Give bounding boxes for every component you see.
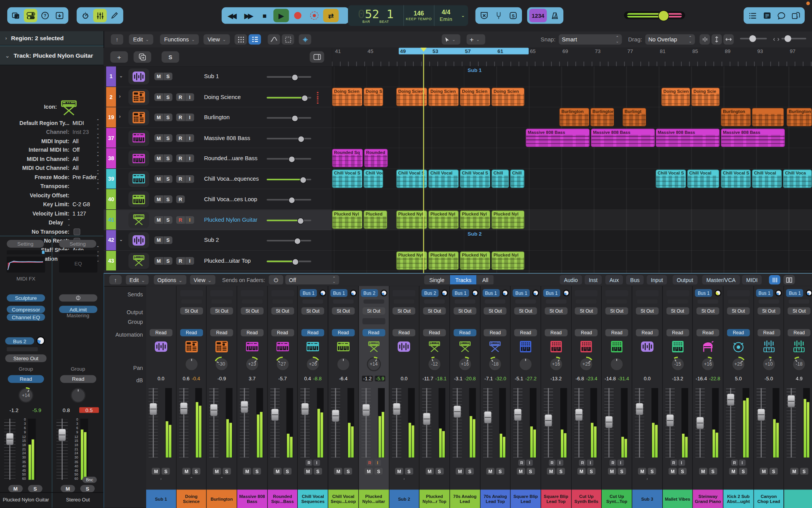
setting-button[interactable]: Setting <box>59 240 96 248</box>
rewind-button[interactable]: ◀◀ <box>224 9 239 22</box>
mute-button[interactable]: M <box>608 468 616 474</box>
mute-button[interactable]: M <box>154 134 164 142</box>
track-volume-slider[interactable] <box>267 199 311 200</box>
region[interactable]: Doing Scie <box>691 87 720 106</box>
track-name[interactable]: Sub 1 <box>204 73 219 79</box>
strip-width-toggle[interactable]: › <box>146 477 176 481</box>
input-monitor-button[interactable]: I <box>556 460 563 466</box>
mixer-strip-12[interactable]: Bus 1St OutRead-18-7.1-32.0MS70s Analog … <box>480 286 511 508</box>
record-enable-button[interactable]: R <box>176 134 185 142</box>
vertical-zoom-slider[interactable] <box>740 38 767 39</box>
lane-10[interactable]: Plucked NylPlucked NylPlucked NylPlucked… <box>332 251 812 271</box>
filter-midi[interactable]: MIDI <box>742 275 762 284</box>
solo-button[interactable]: S <box>164 175 172 183</box>
input-monitor-button[interactable]: I <box>185 134 194 142</box>
db-value[interactable]: -5.0 <box>764 376 773 381</box>
automation-read-button[interactable]: Read <box>788 329 810 336</box>
solo-button[interactable]: S <box>435 468 444 474</box>
mixer-strip-20[interactable]: St OutRead+255.0RIMSKick 2 Sub Abst...ug… <box>723 286 754 508</box>
region[interactable]: Chill Vocal S <box>655 169 686 188</box>
solo-button[interactable]: S <box>164 195 172 203</box>
region[interactable]: Doing Scien <box>661 87 690 106</box>
mixer-view-menu[interactable]: View⌄ <box>190 275 215 284</box>
solo-button[interactable]: S <box>164 134 172 142</box>
db-value[interactable]: 5.0 <box>735 376 742 381</box>
param-value[interactable]: MIDI <box>72 120 84 126</box>
db-value[interactable]: -13.2 <box>551 376 562 381</box>
param-value[interactable]: 1 127 <box>72 210 86 216</box>
eq-thumbnail[interactable] <box>7 257 45 273</box>
automation-read-button[interactable]: Read <box>302 329 324 336</box>
fader-meter-zone[interactable] <box>511 387 541 458</box>
track-icon-chip[interactable] <box>128 171 149 187</box>
fader-cap[interactable] <box>271 409 278 421</box>
tuner-icon[interactable] <box>79 9 92 22</box>
param-row-freeze-mode-[interactable]: Freeze Mode:Pre Fader⌃⌄ <box>0 173 104 181</box>
db-value[interactable]: 0.0 <box>157 376 164 381</box>
duplicate-track-button[interactable] <box>134 51 152 63</box>
solo-button[interactable]: S <box>192 468 200 474</box>
record-enable-button[interactable]: R <box>176 216 185 224</box>
solo-button[interactable]: S <box>222 468 230 474</box>
fader-meter-zone[interactable] <box>663 387 693 458</box>
param-value[interactable]: C-2 G8 <box>72 201 90 207</box>
mixer-strip-4[interactable]: St OutRead+233.7MSMassive 808 Bass <box>237 286 268 508</box>
fader-meter-zone[interactable] <box>480 387 510 458</box>
region[interactable]: Doing Scien <box>332 87 362 106</box>
param-stepper[interactable]: ⌃⌄ <box>67 218 70 226</box>
region[interactable]: Plucked Nyl <box>460 210 490 229</box>
region[interactable]: Chill Vocal <box>428 169 459 188</box>
mute-button[interactable]: M <box>486 468 494 474</box>
region[interactable]: Rounded <box>364 149 388 167</box>
lcd-chevron-icon[interactable]: ⌄ <box>458 5 468 26</box>
fader-meter-zone[interactable] <box>784 387 812 458</box>
solo-button[interactable]: S <box>618 468 626 474</box>
pan-knob[interactable]: -18 <box>487 356 503 373</box>
send-knob[interactable] <box>471 290 478 296</box>
mute-button[interactable]: M <box>456 468 464 474</box>
disclosure-closed-icon[interactable]: › <box>119 94 121 99</box>
track-inspector-header[interactable]: ⌄ Track: Plucked Nylon Guitar <box>0 46 104 65</box>
automation-read-button[interactable]: Read <box>8 375 44 383</box>
record-enable-button[interactable]: R <box>176 154 185 162</box>
fader-cap[interactable] <box>575 409 582 421</box>
automation-read-button[interactable]: Read <box>666 329 689 336</box>
send-knob[interactable] <box>806 290 812 296</box>
strip-width-toggle[interactable]: › <box>632 477 662 481</box>
pan-knob[interactable]: +10 <box>761 356 777 373</box>
track-name[interactable]: Massive 808 Bass <box>204 135 251 141</box>
filter-input[interactable]: Input <box>647 275 667 284</box>
record-button[interactable] <box>290 9 305 22</box>
sends-mode-dropdown[interactable]: Off⌃⌄ <box>285 275 339 284</box>
solo-button[interactable]: S <box>800 468 808 474</box>
track-volume-slider[interactable] <box>267 240 311 241</box>
list-editors-icon[interactable] <box>745 9 759 22</box>
waveform-zoom-icon[interactable] <box>699 34 710 44</box>
stop-button[interactable]: ■ <box>257 9 272 22</box>
region[interactable]: Plucked Nyl <box>396 251 427 270</box>
lane-7[interactable] <box>332 189 812 210</box>
region[interactable]: Doing Scien <box>491 87 525 106</box>
solo-button[interactable]: S <box>587 468 595 474</box>
record-enable-button[interactable]: R <box>176 195 185 203</box>
vertical-zoom-icon[interactable] <box>711 34 722 44</box>
track-icon-chip[interactable] <box>128 150 149 166</box>
input-monitor-button[interactable]: I <box>526 460 533 466</box>
track-volume-slider[interactable] <box>267 138 311 139</box>
automation-read-button[interactable]: Read <box>423 329 446 336</box>
input-monitor-button[interactable]: I <box>185 113 194 121</box>
automation-read-button[interactable]: Read <box>757 329 780 336</box>
solo-button[interactable]: S <box>28 485 42 492</box>
mixer-strip-14[interactable]: Bus 1St OutRead+16-13.2RIMSSquare Blip L… <box>541 286 571 508</box>
strip-name-tag[interactable]: 70s Analog Lead Top <box>480 490 510 508</box>
mute-button[interactable]: M <box>154 93 164 101</box>
fader-cap[interactable] <box>454 405 461 417</box>
region[interactable]: Doing Scien <box>396 87 427 106</box>
mute-button[interactable]: M <box>760 468 768 474</box>
fader-meter-zone[interactable] <box>723 387 753 458</box>
param-row-midi-in-channel-[interactable]: MIDI In Channel:All⌃⌄ <box>0 154 104 163</box>
lane-4[interactable]: Massive 808 BassMassive 808 BassMassive … <box>332 128 812 148</box>
solo-button[interactable]: S <box>344 468 352 474</box>
automation-read-button[interactable]: Read <box>180 329 203 336</box>
mute-button[interactable]: M <box>577 468 585 474</box>
